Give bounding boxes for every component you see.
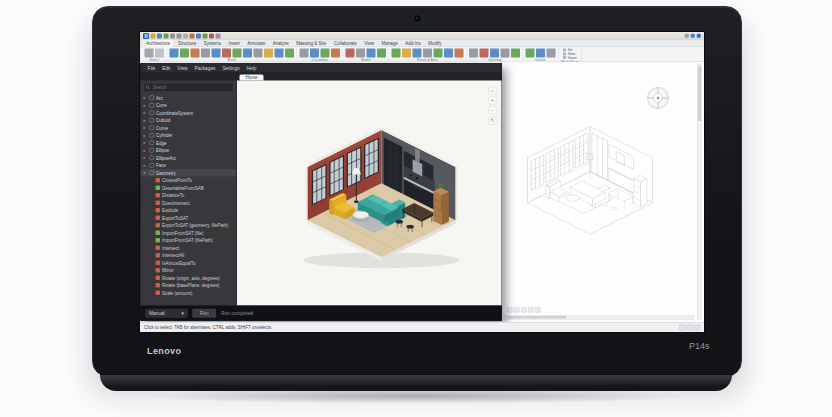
show-button[interactable]: Show <box>563 52 577 55</box>
library-node-deserializefromsab[interactable]: DeserializeFromSAB <box>141 184 237 192</box>
ribbon-tool-icon[interactable] <box>285 49 294 58</box>
dynamo-window[interactable]: FileEditViewPackagesSettingsHelp Home <box>140 63 502 321</box>
ribbon-tool-icon[interactable] <box>511 49 520 58</box>
library-category-face[interactable]: ▸Face <box>141 162 237 170</box>
section-icon[interactable] <box>209 33 214 38</box>
design-options-icon[interactable] <box>687 324 693 330</box>
library-search[interactable] <box>144 83 234 92</box>
run-mode-select[interactable]: Manual ▾ <box>146 309 188 318</box>
ribbon-tool-icon[interactable] <box>434 49 443 58</box>
ribbon-tool-icon[interactable] <box>331 49 340 58</box>
library-node-explode[interactable]: Explode <box>141 207 237 215</box>
ribbon-tab-architecture[interactable]: Architecture <box>142 40 174 48</box>
menu-settings[interactable]: Settings <box>219 65 242 71</box>
menu-file[interactable]: File <box>145 65 159 71</box>
menu-view[interactable]: View <box>174 65 190 71</box>
ribbon-tab-systems[interactable]: Systems <box>200 40 224 47</box>
ribbon-tool-icon[interactable] <box>264 49 273 58</box>
thin-lines-icon[interactable] <box>216 33 221 38</box>
ribbon-tool-icon[interactable] <box>501 49 510 58</box>
ribbon-tool-icon[interactable] <box>233 49 242 58</box>
redo-icon[interactable] <box>177 33 182 38</box>
ribbon-tool-icon[interactable] <box>367 49 376 58</box>
library-node-scale-amount[interactable]: Scale (amount) <box>141 289 237 297</box>
ribbon-tool-icon[interactable] <box>444 49 453 58</box>
ribbon-tool-icon[interactable] <box>356 49 365 58</box>
print-icon[interactable] <box>183 33 188 38</box>
library-category-curve[interactable]: ▸Curve <box>141 124 237 132</box>
scale-control[interactable] <box>507 307 513 313</box>
ribbon-tool-icon[interactable] <box>254 49 263 58</box>
revit-app-button[interactable]: R <box>143 33 149 39</box>
ribbon-tab-view[interactable]: View <box>361 40 378 47</box>
ribbon-tab-massing-site[interactable]: Massing & Site <box>293 40 330 47</box>
library-category-coordinatesystem[interactable]: ▸CoordinateSystem <box>141 109 237 117</box>
ribbon-tool-icon[interactable] <box>480 49 489 58</box>
library-category-ellipse[interactable]: ▸Ellipse <box>141 147 237 155</box>
ribbon-tool-icon[interactable] <box>346 49 355 58</box>
set-button[interactable]: Set <box>563 49 577 52</box>
tag-icon[interactable] <box>196 33 201 38</box>
ribbon-tool-icon[interactable] <box>201 49 210 58</box>
ribbon-tool-icon[interactable] <box>423 49 432 58</box>
horizontal-scrollbar[interactable] <box>504 315 694 320</box>
undo-icon[interactable] <box>170 33 175 38</box>
library-search-input[interactable] <box>152 85 232 91</box>
library-node-rotate-baseplane-degrees[interactable]: Rotate (basePlane, degrees) <box>141 282 237 290</box>
ribbon-tool-icon[interactable] <box>536 49 545 58</box>
ribbon-tool-icon[interactable] <box>155 49 164 58</box>
open-icon[interactable] <box>151 33 156 38</box>
dynamo-canvas[interactable]: ⌂+−↻ <box>237 81 502 306</box>
ribbon-tool-icon[interactable] <box>402 49 411 58</box>
library-node-rotate-origin-axis-degrees[interactable]: Rotate (origin, axis, degrees) <box>141 274 237 282</box>
help-icon[interactable] <box>697 34 702 39</box>
library-category-arc[interactable]: ▸Arc <box>141 94 237 102</box>
library-category-cylinder[interactable]: ▸Cylinder <box>141 132 237 140</box>
ribbon-tool-icon[interactable] <box>377 49 386 58</box>
ribbon-tool-icon[interactable] <box>490 49 499 58</box>
library-category-cone[interactable]: ▸Cone <box>141 102 237 110</box>
library-node-exporttosat[interactable]: ExportToSAT <box>141 214 237 222</box>
ribbon-tool-icon[interactable] <box>170 49 179 58</box>
ribbon-tool-icon[interactable] <box>212 49 221 58</box>
ribbon-tool-icon[interactable] <box>392 49 401 58</box>
library-node-intersect[interactable]: Intersect <box>141 244 237 252</box>
measure-icon[interactable] <box>190 33 195 38</box>
library-node-exporttosat-geometry-filepath[interactable]: ExportToSAT (geometry, filePath) <box>141 222 237 230</box>
ribbon-tool-icon[interactable] <box>469 49 478 58</box>
steering-wheel[interactable] <box>644 84 672 112</box>
ribbon-tool-icon[interactable] <box>455 49 464 58</box>
horizontal-scrollbar-thumb[interactable] <box>507 316 567 319</box>
detail-level-control[interactable] <box>514 307 520 313</box>
filter-icon[interactable] <box>694 324 700 330</box>
library-node-importfromsat-filepath[interactable]: ImportFromSAT (filePath) <box>141 237 237 245</box>
ribbon-tab-insert[interactable]: Insert <box>225 40 243 47</box>
library-category-geometry[interactable]: ▾Geometry <box>141 169 237 177</box>
info-center-icon[interactable] <box>691 34 696 39</box>
ribbon-tab-modify[interactable]: Modify <box>425 40 445 47</box>
vertical-scrollbar-thumb[interactable] <box>698 66 702 121</box>
ribbon-tool-icon[interactable] <box>145 49 154 58</box>
ribbon-tool-icon[interactable] <box>300 49 309 58</box>
ribbon-tool-icon[interactable] <box>526 49 535 58</box>
menu-help[interactable]: Help <box>244 65 260 71</box>
ribbon-tab-manage[interactable]: Manage <box>378 40 401 47</box>
menu-edit[interactable]: Edit <box>159 65 173 71</box>
orbit-button[interactable]: ↻ <box>489 117 497 125</box>
search-icon[interactable] <box>685 34 690 39</box>
ribbon-tab-annotate[interactable]: Annotate <box>244 40 269 47</box>
library-node-importfromsat-file[interactable]: ImportFromSAT (file) <box>141 229 237 237</box>
ribbon-tool-icon[interactable] <box>547 49 556 58</box>
library-category-ellipsearc[interactable]: ▸EllipseArc <box>141 154 237 162</box>
library-node-closestpointto[interactable]: ClosestPointTo <box>141 177 237 185</box>
visual-style-control[interactable] <box>521 307 527 313</box>
zoom-in-button[interactable]: + <box>489 97 497 105</box>
ribbon-tool-icon[interactable] <box>180 49 189 58</box>
ribbon-tool-icon[interactable] <box>413 49 422 58</box>
ribbon-tool-icon[interactable] <box>310 49 319 58</box>
library-node-doesintersect[interactable]: DoesIntersect <box>141 199 237 207</box>
revit-3d-wireframe-view[interactable] <box>515 112 665 262</box>
ribbon-tab-collaborate[interactable]: Collaborate <box>330 40 360 47</box>
library-node-intersectall[interactable]: IntersectAll <box>141 252 237 260</box>
ribbon-tool-icon[interactable] <box>222 49 231 58</box>
